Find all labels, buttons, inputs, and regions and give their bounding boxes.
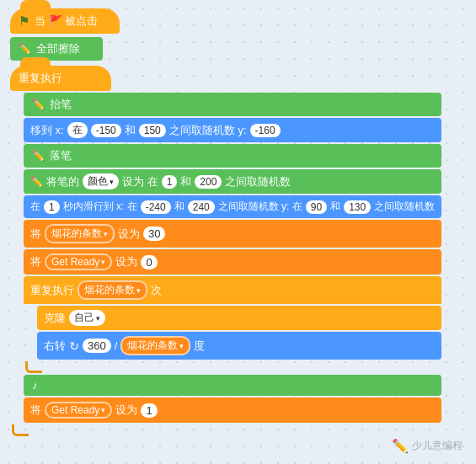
move-y-val[interactable]: -160 xyxy=(250,124,281,137)
pen-up-block[interactable]: ✏️ 抬笔 xyxy=(24,93,441,116)
getready-val-1[interactable]: 1 xyxy=(141,403,157,418)
pen-down-block[interactable]: ✏️ 落笔 xyxy=(24,144,441,168)
glide-y-max[interactable]: 130 xyxy=(344,200,371,214)
color-min[interactable]: 1 xyxy=(162,175,178,189)
getready-var-dropdown-1[interactable]: Get Ready ▾ xyxy=(45,253,112,270)
move-x-keyword: 在 xyxy=(67,122,88,138)
color-max[interactable]: 200 xyxy=(195,175,222,189)
move-x-min[interactable]: -150 xyxy=(91,124,121,137)
getready-var-dropdown-2[interactable]: Get Ready ▾ xyxy=(45,402,112,419)
set-getready-1-block[interactable]: 将 Get Ready ▾ 设为 1 xyxy=(24,397,441,423)
glide-x-min[interactable]: -240 xyxy=(141,200,171,214)
color-dropdown[interactable]: 颜色 ▾ xyxy=(83,173,119,189)
next-costume-block[interactable]: ♪ xyxy=(24,375,441,396)
pen-icon-3: ✏️ xyxy=(32,150,45,162)
clone-target-dropdown[interactable]: 自己 ▾ xyxy=(69,310,105,326)
watermark: ✏️ 少儿意编程 xyxy=(392,438,463,454)
turn-fireworks-dropdown[interactable]: 烟花的条数 ▾ xyxy=(120,336,190,355)
pen-up-label: 抬笔 xyxy=(50,97,72,112)
glide-y-min[interactable]: 90 xyxy=(306,200,327,214)
event-hat-block[interactable]: ⚑ 当 🚩 被点击 xyxy=(10,8,120,34)
pen-icon: ✏️ xyxy=(19,43,31,55)
glide-sec[interactable]: 1 xyxy=(44,200,60,214)
watermark-text: 少儿意编程 xyxy=(412,439,463,453)
forever-hat-block[interactable]: 重复执行 xyxy=(10,66,111,91)
scratch-workspace: ⚑ 当 🚩 被点击 ✏️ 全部擦除 重复执行 ✏️ 抬笔 移到 x: 在 -15… xyxy=(0,0,476,464)
getready-val-0[interactable]: 0 xyxy=(141,255,157,269)
event-hat-label: 当 🚩 被点击 xyxy=(35,13,98,29)
pen-down-label: 落笔 xyxy=(50,148,72,163)
flag-icon: ⚑ xyxy=(19,13,29,29)
sound-icon: ♪ xyxy=(32,379,38,392)
repeat-header[interactable]: 重复执行 烟花的条数 ▾ 次 xyxy=(24,276,441,304)
glide-block[interactable]: 在 1 秒内滑行到 x: 在 -240 和 240 之间取随机数 y: 在 90… xyxy=(24,195,441,218)
fireworks-val[interactable]: 30 xyxy=(143,227,165,241)
pencil-logo-icon: ✏️ xyxy=(392,438,409,454)
set-getready-0-block[interactable]: 将 Get Ready ▾ 设为 0 xyxy=(24,249,441,275)
clone-block[interactable]: 克隆 自己 ▾ xyxy=(37,306,441,330)
pen-icon-2: ✏️ xyxy=(32,99,45,110)
glide-x-max[interactable]: 240 xyxy=(188,200,215,214)
pen-icon-4: ✏️ xyxy=(30,176,43,188)
set-color-block[interactable]: ✏️ 将笔的 颜色 ▾ 设为 在 1 和 200 之间取随机数 xyxy=(24,169,441,194)
turn-right-block[interactable]: 右转 ↺ 360 / 烟花的条数 ▾ 度 xyxy=(37,332,441,360)
repeat-var-dropdown[interactable]: 烟花的条数 ▾ xyxy=(78,280,147,300)
move-x-max[interactable]: 150 xyxy=(139,124,166,137)
move-to-block[interactable]: 移到 x: 在 -150 和 150 之间取随机数 y: -160 xyxy=(24,118,441,142)
forever-label: 重复执行 xyxy=(19,71,62,86)
turn-degrees[interactable]: 360 xyxy=(83,339,111,353)
set-fireworks-block[interactable]: 将 烟花的条数 ▾ 设为 30 xyxy=(24,220,441,248)
fireworks-var-dropdown[interactable]: 烟花的条数 ▾ xyxy=(45,224,115,243)
clear-label: 全部擦除 xyxy=(36,41,80,56)
move-label: 移到 x: xyxy=(30,123,64,138)
